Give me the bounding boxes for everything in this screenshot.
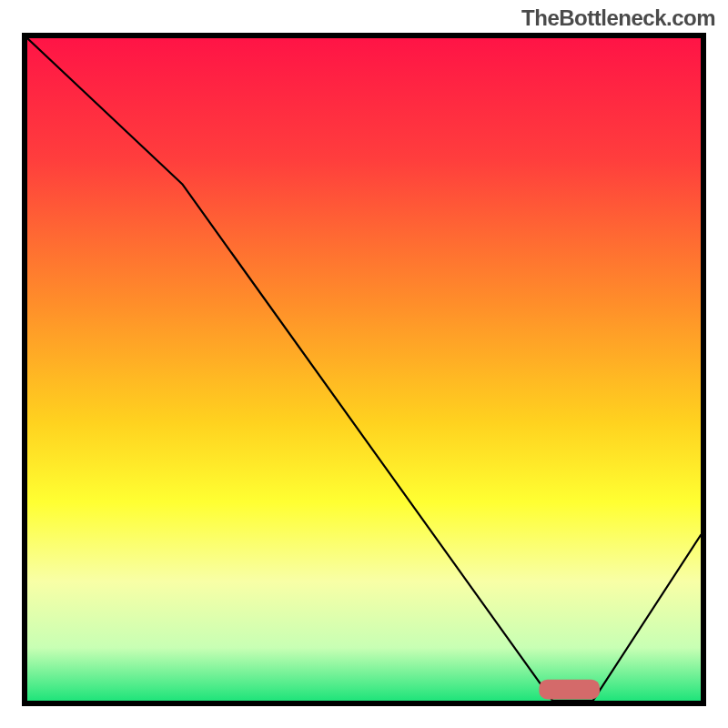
plot-svg xyxy=(27,38,701,701)
attribution-text: TheBottleneck.com xyxy=(521,5,715,31)
optimal-range-marker xyxy=(539,680,600,700)
gradient-background xyxy=(27,38,701,701)
chart-frame: TheBottleneck.com xyxy=(0,0,728,728)
plot-area xyxy=(22,33,706,706)
